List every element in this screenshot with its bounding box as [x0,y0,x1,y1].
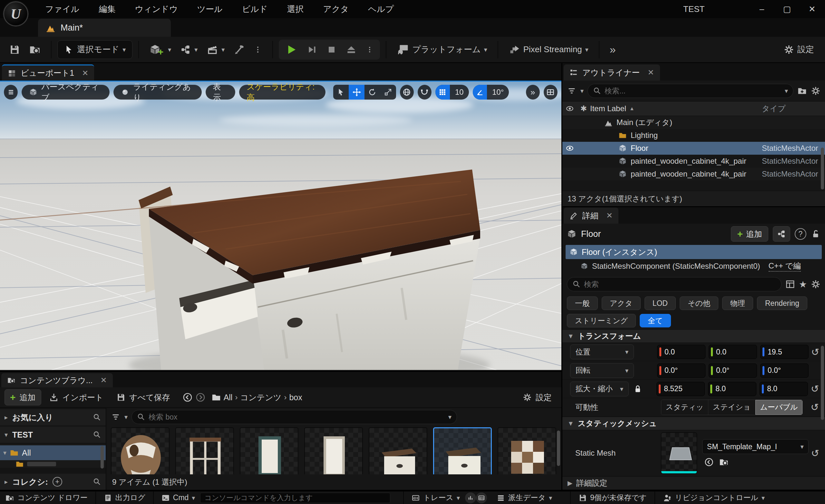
tab-main-level[interactable]: Main* [38,19,171,37]
chip-rendering[interactable]: Rendering [757,296,807,310]
details-search[interactable] [567,277,781,291]
landscape-paint-button[interactable] [229,40,249,60]
console-command-input[interactable] [204,494,386,502]
back-icon[interactable] [182,392,193,403]
edit-blueprint-button[interactable] [773,226,790,242]
staticmesh-section-header[interactable]: ▼スタティックメッシュ [562,417,825,430]
outliner-row-floor[interactable]: Floor StaticMeshActor [562,142,825,155]
expander-icon[interactable]: ▾ [4,431,8,439]
tab-outliner[interactable]: アウトライナー ✕ [564,64,660,81]
show-flags-dropdown[interactable]: 表示 [206,85,236,99]
outliner-search[interactable]: ▾ [588,84,794,98]
select-tool-button[interactable] [333,85,349,99]
derived-data-dropdown[interactable]: 派生データ ▾ [492,491,557,504]
browse-content-button[interactable] [24,40,45,60]
visibility-column-icon[interactable] [566,104,574,113]
menu-select[interactable]: 選択 [278,0,314,18]
tab-viewport1[interactable]: ビューポート1 ✕ [2,64,94,81]
asset-thumbnail-material[interactable] [498,427,556,474]
search-icon[interactable] [93,478,101,486]
add-component-button[interactable]: + 追加 [731,226,768,242]
scale-tool-button[interactable] [380,85,396,99]
platforms-dropdown[interactable]: プラットフォーム ▾ [392,40,492,60]
cpp-edit-link[interactable]: C++ で編 [769,261,801,272]
close-icon[interactable]: ✕ [606,211,613,220]
breadcrumb-box[interactable]: box [289,393,302,402]
chip-misc[interactable]: その他 [680,296,718,310]
folder-partial[interactable] [0,460,106,468]
cb-save-all-button[interactable]: すべて保存 [111,389,175,406]
outliner-row-world[interactable]: Main (エディタ) [562,116,825,129]
outliner-filter-button[interactable] [567,86,577,96]
surface-snapping-button[interactable] [418,85,432,99]
asset-thumbnail-door-teal[interactable] [240,427,298,474]
outliner-row-cabinet2[interactable]: painted_wooden_cabinet_4k_pair StaticMes… [562,167,825,181]
asset-thumbnail-cabinet-selected[interactable] [433,427,492,474]
editor-mode-dropdown[interactable]: 選択モード ▾ [57,40,133,59]
search-icon[interactable] [93,431,101,439]
asset-thumbnail-shelf[interactable] [175,427,234,474]
expander-icon[interactable]: ▸ [4,414,8,421]
close-button[interactable]: ✕ [802,1,822,17]
cinematics-button[interactable]: ▾ [202,40,229,60]
pixel-streaming-dropdown[interactable]: Pixel Streaming ▾ [504,40,593,60]
breadcrumb-all[interactable]: All [224,393,233,402]
outliner-row-cabinet1[interactable]: painted_wooden_cabinet_4k_pair StaticMes… [562,155,825,167]
tab-details[interactable]: 詳細 ✕ [564,208,618,224]
camera-speed-expand-button[interactable]: » [526,85,540,99]
cmd-dropdown[interactable]: Cmd ▾ [156,491,201,504]
stop-button[interactable] [322,40,341,60]
view-mode-dropdown[interactable]: ライティングあり [114,85,202,99]
eject-button[interactable] [341,40,361,60]
outliner-row-lighting[interactable]: Lighting [562,129,825,142]
close-icon[interactable]: ✕ [100,376,107,385]
details-scrollbar[interactable] [821,346,824,420]
grid-snap-control[interactable]: 10 [435,85,469,99]
browse-to-asset-icon[interactable] [719,457,729,467]
skip-frame-button[interactable] [302,40,322,60]
location-y-field[interactable]: 0.0 [709,345,757,359]
chip-actor[interactable]: アクタ [602,296,641,310]
scale-x-field[interactable]: 8.525 [657,382,705,396]
unlock-icon[interactable] [811,229,821,239]
menu-file[interactable]: ファイル [35,0,89,18]
asset-thumbnail-door-white[interactable] [304,427,363,474]
static-mesh-thumbnail[interactable] [661,432,697,474]
chip-physics[interactable]: 物理 [722,296,753,310]
menu-window[interactable]: ウィンドウ [125,0,187,18]
outliner-settings-button[interactable] [811,86,821,96]
project-section[interactable]: ▾ TEST [0,427,106,443]
scalability-warning-button[interactable]: スケーラビリティ:高 [239,85,325,99]
cb-filter-button[interactable] [111,412,121,422]
cb-search[interactable]: ▾ [132,410,457,424]
viewport-layouts-button[interactable] [544,85,557,99]
add-folder-button[interactable] [797,86,807,96]
rotation-z-field[interactable]: 0.0° [760,363,809,378]
sidebar-scrollbar[interactable] [100,446,104,469]
column-item-label[interactable]: Item Label [590,104,626,113]
help-icon[interactable]: ? [795,228,806,240]
cb-search-input[interactable] [149,413,445,422]
rotation-x-field[interactable]: 0.0° [657,363,705,378]
move-tool-button[interactable] [349,85,365,99]
rotation-y-field[interactable]: 0.0° [709,363,757,378]
chip-all[interactable]: 全て [640,314,671,328]
mobility-stationary[interactable]: ステイショ [708,400,755,415]
expander-icon[interactable]: ▾ [3,449,6,457]
viewport-options-button[interactable] [4,85,18,99]
collections-section[interactable]: ▸ コレクシ: + [0,474,106,490]
add-collection-icon[interactable]: + [53,477,62,487]
menu-edit[interactable]: 編集 [89,0,125,18]
menu-build[interactable]: ビルド [232,0,278,18]
transform-section-header[interactable]: ▼トランスフォーム [562,329,825,343]
maximize-button[interactable]: ▢ [777,1,797,17]
settings-button[interactable]: 設定 [779,40,819,60]
mobility-movable[interactable]: ムーバブル [755,400,803,415]
revision-control-button[interactable]: リビジョンコントロール ▾ [658,491,770,504]
component-row-staticmesh[interactable]: StaticMeshComponent (StaticMeshComponent… [562,260,825,273]
advanced-section-header[interactable]: ▶詳細設定 [562,476,825,490]
menu-help[interactable]: ヘルプ [358,0,403,18]
component-row-root[interactable]: Floor (インスタンス) [566,245,822,259]
trace-dropdown[interactable]: トレース ▾ [406,491,465,504]
content-drawer-button[interactable]: コンテンツ ドロワー [0,491,93,504]
